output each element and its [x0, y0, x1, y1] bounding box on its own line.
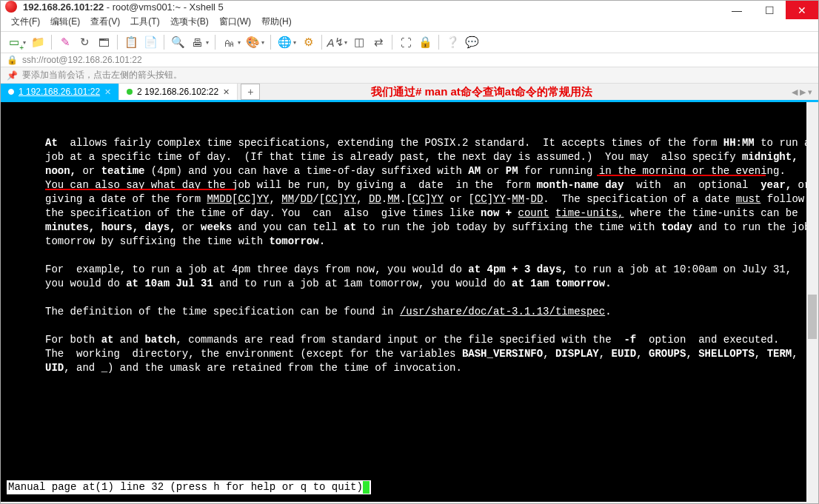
red-underline-1 — [597, 175, 766, 176]
minimize-button[interactable]: — — [721, 1, 753, 19]
reconnect-icon[interactable]: ↻ — [76, 33, 93, 51]
tab-close-icon[interactable]: ✕ — [104, 87, 111, 97]
fullscreen-icon[interactable]: ⛶ — [397, 33, 415, 51]
tabs-nav[interactable]: ◀ ▶ ▾ — [792, 87, 812, 97]
menu-bar: 文件(F) 编辑(E) 查看(V) 工具(T) 选项卡(B) 窗口(W) 帮助(… — [1, 13, 818, 32]
tunneling-icon[interactable]: ⇄ — [370, 33, 387, 51]
tab-close-icon[interactable]: ✕ — [223, 87, 230, 97]
feedback-icon[interactable]: 💬 — [463, 33, 481, 51]
lock-icon[interactable]: 🔒 — [416, 33, 434, 51]
encoding-icon[interactable]: 🌐 — [275, 33, 293, 51]
tab-label: 1 192.168.26.101:22 — [19, 87, 100, 97]
protocol-lock-icon: 🔒 — [7, 55, 18, 65]
annotation-text: 我们通过# man at命令查询at命令的常规用法 — [371, 85, 592, 99]
new-session-icon[interactable]: ▭+ — [5, 33, 23, 51]
properties-icon[interactable]: 🗔 — [95, 33, 113, 51]
font-style-icon[interactable]: A↯ — [327, 33, 344, 51]
app-icon — [5, 1, 17, 13]
cursor — [363, 481, 370, 494]
highlight-icon[interactable]: ✎ — [56, 33, 74, 51]
terminal-output[interactable]: At allows fairly complex time specificat… — [1, 102, 818, 502]
window-title: 192.168.26.101:22 - root@vms001:~ - Xshe… — [23, 1, 224, 13]
menu-help[interactable]: 帮助(H) — [257, 13, 296, 30]
terminal-scrollbar[interactable] — [806, 102, 818, 502]
font-icon[interactable]: 🗛 — [220, 33, 238, 51]
layout-icon[interactable]: ◫ — [350, 33, 368, 51]
address-bar[interactable]: 🔒 ssh://root@192.168.26.101:22 — [1, 53, 818, 67]
copy-icon[interactable]: 📋 — [122, 33, 140, 51]
tab-label: 2 192.168.26.102:22 — [137, 87, 218, 97]
add-tab-button[interactable]: + — [241, 84, 260, 100]
scrollbar-thumb[interactable] — [808, 295, 817, 339]
find-icon[interactable]: 🔍 — [169, 33, 187, 51]
close-button[interactable]: ✕ — [786, 1, 818, 19]
help-icon[interactable]: ❔ — [444, 33, 461, 51]
pin-icon[interactable]: 📌 — [7, 70, 18, 81]
xftp-icon[interactable]: ⚙ — [299, 33, 317, 51]
toolbar: ▭+▾ 📁 ✎ ↻ 🗔 📋 📄 🔍 🖶▾ 🗛▾ 🎨▾ 🌐▾ ⚙ A↯▾ ◫ ⇄ … — [1, 32, 818, 53]
status-dot-icon — [8, 89, 14, 95]
menu-file[interactable]: 文件(F) — [7, 13, 44, 30]
open-icon[interactable]: 📁 — [29, 33, 47, 51]
address-url: ssh://root@192.168.26.101:22 — [22, 55, 142, 65]
menu-edit[interactable]: 编辑(E) — [46, 13, 84, 30]
red-underline-2 — [45, 189, 235, 190]
status-dot-icon — [127, 89, 133, 95]
maximize-button[interactable]: ☐ — [753, 1, 786, 19]
menu-view[interactable]: 查看(V) — [86, 13, 124, 30]
pager-status: Manual page at(1) line 32 (press h for h… — [7, 480, 371, 494]
menu-window[interactable]: 窗口(W) — [215, 13, 255, 30]
color-icon[interactable]: 🎨 — [244, 33, 261, 51]
paste-icon[interactable]: 📄 — [141, 33, 159, 51]
menu-tools[interactable]: 工具(T) — [126, 13, 164, 30]
tab-session-1[interactable]: 1 192.168.26.101:22 ✕ — [1, 84, 119, 100]
menu-tabs[interactable]: 选项卡(B) — [166, 13, 213, 30]
tip-bar: 📌 要添加当前会话，点击左侧的箭头按钮。 — [1, 67, 818, 84]
print-icon[interactable]: 🖶 — [188, 33, 206, 51]
tip-text: 要添加当前会话，点击左侧的箭头按钮。 — [22, 69, 182, 81]
window-titlebar: 192.168.26.101:22 - root@vms001:~ - Xshe… — [1, 1, 818, 13]
session-tabs: 1 192.168.26.101:22 ✕ 2 192.168.26.102:2… — [1, 84, 818, 102]
tab-session-2[interactable]: 2 192.168.26.102:22 ✕ — [119, 84, 238, 100]
